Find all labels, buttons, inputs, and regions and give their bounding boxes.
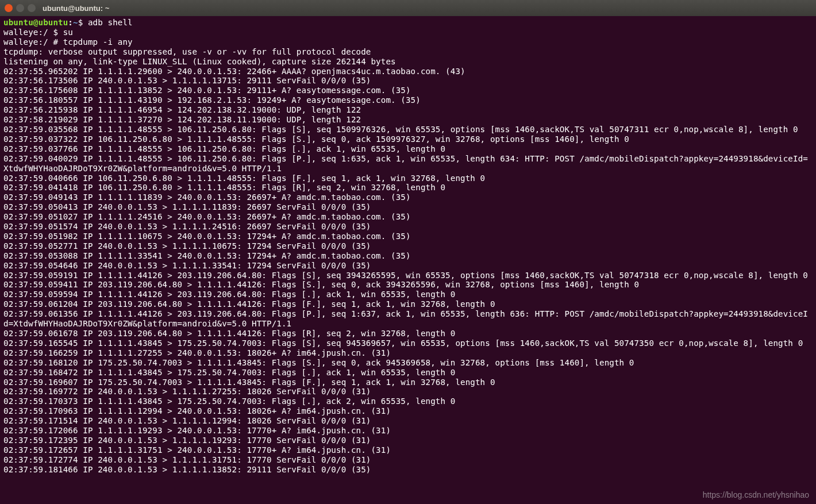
maximize-icon[interactable] <box>28 4 36 12</box>
shell-prompt-2: walleye:/ $ su <box>3 28 73 37</box>
watermark: https://blog.csdn.net/yhsnihao <box>703 490 809 499</box>
command-input: adb shell <box>88 18 133 27</box>
window-title: ubuntu@ubuntu: ~ <box>43 4 109 13</box>
prompt-symbol: $ <box>78 18 88 27</box>
close-icon[interactable] <box>5 4 13 12</box>
prompt-userhost: ubuntu@ubuntu <box>3 18 68 27</box>
terminal-output: tcpdump: verbose output suppressed, use … <box>3 47 813 475</box>
shell-prompt-3: walleye:/ # tcpdump -i any <box>3 37 133 47</box>
prompt-colon: : <box>68 18 73 27</box>
window-titlebar: ubuntu@ubuntu: ~ <box>0 0 816 16</box>
terminal-viewport[interactable]: ubuntu@ubuntu:~$ adb shell walleye:/ $ s… <box>0 16 816 504</box>
prompt-path: ~ <box>73 18 78 27</box>
minimize-icon[interactable] <box>16 4 24 12</box>
